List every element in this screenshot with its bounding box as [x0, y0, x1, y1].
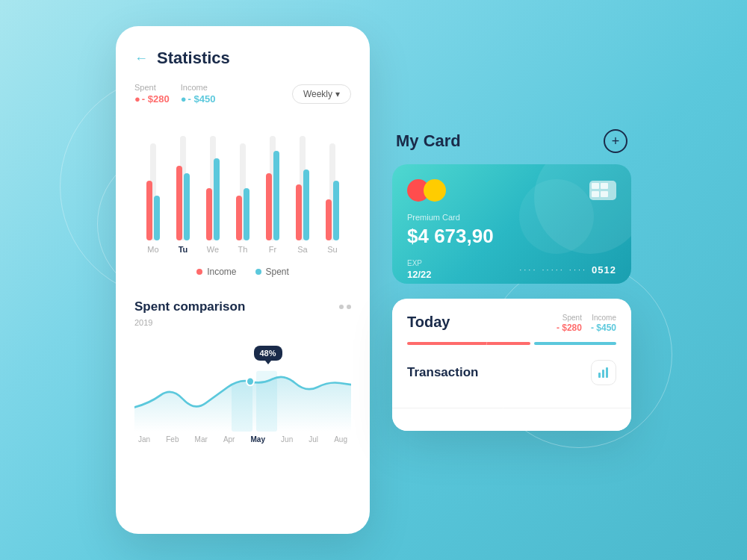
chart-toggle-button[interactable] [591, 360, 616, 385]
bar-spent [326, 199, 332, 240]
bar-day-fr: Fr [269, 245, 276, 254]
month-label-apr: Apr [223, 435, 235, 444]
bar-spent [176, 166, 182, 240]
bar-spent [266, 173, 272, 240]
chip-cell-3 [592, 191, 599, 197]
transaction-header: Transaction [407, 360, 616, 385]
spent-stat: Spent ●- $280 [134, 83, 170, 105]
bar-income [333, 181, 339, 240]
stats-title: Statistics [157, 49, 230, 68]
transaction-section: Transaction [392, 360, 631, 408]
bar-income [214, 158, 220, 240]
card-expiry: EXP 12/22 [407, 259, 432, 280]
today-spent-value: - $280 [557, 323, 582, 333]
bar-group-sa: Sa [292, 119, 313, 254]
card-bottom: EXP 12/22 ···· ····· ···· 0512 [407, 259, 616, 280]
right-panel-wrapper: My Card + Premium Card $4 673,90 EXP 12/… [392, 129, 631, 431]
bar-wrapper-mo [143, 121, 164, 240]
bar-group-tu: Tu [173, 119, 193, 254]
card-type: Premium Card [407, 213, 616, 222]
bar-wrapper-tu [173, 121, 193, 240]
bar-spent [296, 184, 302, 240]
income-stat: Income ●- $450 [181, 83, 216, 105]
bar-day-th: Th [238, 245, 248, 254]
legend-spent: Spent [255, 267, 289, 277]
today-progress-bars [407, 342, 616, 345]
comparison-year: 2019 [134, 318, 351, 327]
svg-rect-4 [602, 370, 604, 378]
card-balance: $4 673,90 [407, 225, 616, 248]
comparison-header: Spent comparison [134, 299, 351, 314]
today-spent-label: Spent [557, 314, 582, 322]
today-label: Today [407, 314, 450, 331]
bar-group-mo: Mo [143, 119, 164, 254]
dots-menu[interactable] [339, 305, 351, 309]
bar-day-mo: Mo [147, 245, 158, 254]
bar-day-sa: Sa [297, 245, 307, 254]
statistics-panel: ← Statistics Spent ●- $280 Income ●- $45… [116, 26, 370, 534]
month-label-jul: Jul [309, 435, 318, 444]
chart-legend: Income Spent [134, 267, 351, 277]
spent-value: ●- $280 [134, 93, 170, 105]
mastercard-logo [407, 179, 446, 202]
today-transactions-panel: Today Spent - $280 Income - $450 [392, 299, 631, 431]
svg-rect-3 [598, 373, 601, 378]
month-labels: JanFebMarAprMayJunJulAug [134, 432, 351, 444]
bar-income [244, 188, 249, 240]
today-income-label: Income [591, 314, 616, 322]
today-income-value: - $450 [591, 323, 616, 333]
bar-wrapper-th [232, 121, 253, 240]
bar-income [154, 196, 160, 240]
bar-group-we: We [202, 119, 223, 254]
bar-spent [236, 196, 242, 240]
progress-bar-spent [407, 342, 530, 345]
card-last-digits: 0512 [592, 264, 616, 276]
bottom-navigation [392, 408, 631, 431]
bar-chart: MoTuWeThFrSaSu [134, 119, 351, 254]
credit-card: Premium Card $4 673,90 EXP 12/22 ···· ··… [392, 164, 631, 284]
bar-group-su: Su [322, 119, 343, 254]
month-label-jan: Jan [138, 435, 150, 444]
bar-day-su: Su [327, 245, 337, 254]
dot-menu-2 [347, 305, 351, 309]
chip-cell-2 [601, 183, 608, 189]
weekly-filter-button[interactable]: Weekly ▾ [292, 84, 351, 104]
line-chart: 48% [134, 335, 351, 432]
bar-spent [206, 188, 212, 240]
legend-income: Income [196, 267, 236, 277]
exp-value: 12/22 [407, 269, 432, 280]
bar-day-we: We [207, 245, 219, 254]
month-label-mar: Mar [195, 435, 208, 444]
bar-wrapper-we [202, 121, 223, 240]
exp-label: EXP [407, 259, 432, 267]
month-label-jun: Jun [281, 435, 293, 444]
spent-comparison: Spent comparison 2019 [134, 299, 351, 444]
bar-chart-icon [598, 367, 610, 379]
income-value: ●- $450 [181, 93, 216, 105]
bar-income [184, 173, 190, 240]
svg-point-2 [247, 377, 254, 385]
progress-bar-income [534, 342, 616, 345]
month-label-feb: Feb [166, 435, 179, 444]
today-income-stat: Income - $450 [591, 314, 616, 333]
stats-values: Spent ●- $280 Income ●- $450 [134, 83, 215, 105]
line-chart-svg [134, 335, 351, 432]
transaction-title: Transaction [407, 365, 478, 380]
today-stats: Spent - $280 Income - $450 [557, 314, 616, 333]
mc-yellow-circle [424, 179, 446, 202]
chip-cell-1 [592, 183, 599, 189]
bar-group-fr: Fr [262, 119, 283, 254]
card-number-dots: ···· ····· ···· 0512 [519, 264, 616, 276]
back-button[interactable]: ← [134, 51, 148, 66]
my-card-title: My Card [396, 131, 461, 151]
income-label: Income [181, 83, 216, 92]
my-card-header: My Card + [392, 129, 631, 164]
bar-day-tu: Tu [179, 245, 188, 254]
bar-income [273, 151, 279, 240]
bar-wrapper-su [322, 121, 343, 240]
chip-cell-4 [601, 191, 608, 197]
today-header: Today Spent - $280 Income - $450 [407, 314, 616, 333]
comparison-title: Spent comparison [134, 299, 245, 314]
month-label-aug: Aug [334, 435, 347, 444]
add-card-button[interactable]: + [604, 129, 627, 153]
